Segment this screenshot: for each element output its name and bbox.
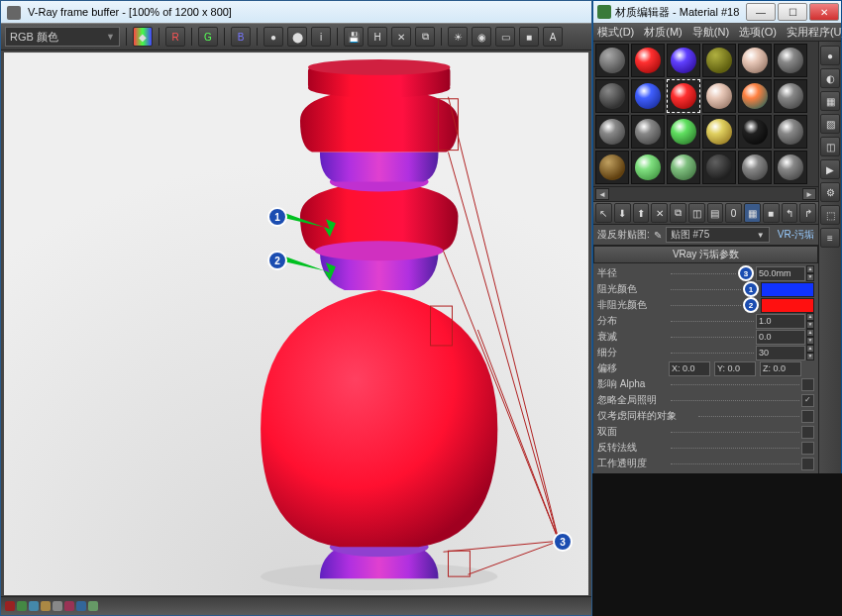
- work-trans-checkbox[interactable]: [801, 458, 814, 470]
- copy-button[interactable]: ⧉: [415, 27, 435, 47]
- status-dot[interactable]: [29, 601, 39, 611]
- minimize-button[interactable]: —: [746, 3, 776, 21]
- material-sample-slot[interactable]: [631, 79, 665, 113]
- clear-button[interactable]: ✕: [391, 27, 411, 47]
- background-button[interactable]: ▦: [820, 91, 840, 111]
- doublesided-checkbox[interactable]: [801, 426, 814, 439]
- spinner-buttons[interactable]: ▲▼: [806, 265, 814, 281]
- stop-button[interactable]: ■: [519, 27, 539, 47]
- maximize-button[interactable]: ☐: [778, 3, 807, 21]
- distribution-spinner[interactable]: 1.0: [756, 314, 805, 329]
- bias-x-spinner[interactable]: X: 0.0: [669, 361, 710, 376]
- status-dot[interactable]: [76, 601, 86, 611]
- invert-normal-checkbox[interactable]: [801, 442, 814, 455]
- reset-button[interactable]: ✕: [651, 203, 668, 223]
- material-sample-slot[interactable]: [631, 115, 665, 149]
- material-map-nav-button[interactable]: ≡: [820, 228, 840, 248]
- red-channel-button[interactable]: R: [165, 27, 185, 47]
- menu-utilities[interactable]: 实用程序(U): [787, 25, 842, 40]
- material-sample-slot[interactable]: [702, 115, 736, 149]
- exposure-button[interactable]: ☀: [448, 27, 468, 47]
- backlight-button[interactable]: ◐: [820, 68, 840, 88]
- show-in-viewport-button[interactable]: ▦: [744, 203, 761, 223]
- subdivs-spinner[interactable]: 30: [756, 346, 805, 360]
- blue-channel-button[interactable]: B: [231, 27, 251, 47]
- put-to-library-button[interactable]: ▤: [707, 203, 724, 223]
- env-occ-checkbox[interactable]: [801, 473, 814, 474]
- material-id-button[interactable]: 0: [725, 203, 742, 223]
- menu-navigate[interactable]: 导航(N): [692, 25, 729, 40]
- vfb-titlebar[interactable]: V-Ray frame buffer - [100% of 1200 x 800…: [1, 1, 591, 24]
- assign-button[interactable]: ⬆: [633, 203, 650, 223]
- material-sample-slot[interactable]: [702, 44, 736, 77]
- sample-uv-button[interactable]: ▨: [820, 114, 840, 134]
- rgb-channel-button[interactable]: ◆: [133, 27, 153, 47]
- material-sample-slot[interactable]: [738, 151, 772, 184]
- material-sample-slot[interactable]: [667, 151, 700, 184]
- material-sample-slot[interactable]: [631, 151, 665, 184]
- channel-select[interactable]: RGB 颜色 ▼: [5, 27, 120, 47]
- material-sample-slot[interactable]: [774, 79, 807, 113]
- bias-y-spinner[interactable]: Y: 0.0: [714, 361, 756, 376]
- status-dot[interactable]: [53, 601, 62, 611]
- select-by-material-button[interactable]: ⬚: [820, 205, 840, 225]
- video-check-button[interactable]: ◫: [820, 137, 840, 156]
- radius-spinner[interactable]: 50.0mm: [756, 266, 805, 281]
- material-sample-slot[interactable]: [631, 44, 665, 77]
- make-copy-button[interactable]: ⧉: [670, 203, 686, 223]
- material-sample-slot[interactable]: [702, 79, 736, 113]
- material-sample-slot[interactable]: [595, 151, 629, 184]
- material-sample-slot[interactable]: [774, 44, 807, 77]
- material-sample-slot[interactable]: [667, 115, 700, 149]
- alpha-channel-button[interactable]: ●: [263, 27, 283, 47]
- status-dot[interactable]: [17, 601, 27, 611]
- sample-type-button[interactable]: ●: [820, 46, 840, 65]
- material-sample-slot[interactable]: [738, 79, 772, 113]
- ignore-gi-checkbox[interactable]: ✓: [801, 394, 814, 407]
- material-sample-slot[interactable]: [595, 44, 629, 77]
- falloff-spinner[interactable]: 0.0: [756, 330, 805, 345]
- vfb-viewport[interactable]: 1 2 3: [4, 52, 588, 595]
- material-sample-slot[interactable]: [702, 151, 736, 184]
- menu-mode[interactable]: 模式(D): [597, 25, 634, 40]
- make-preview-button[interactable]: ▶: [820, 159, 840, 179]
- occluded-color-swatch[interactable]: [761, 282, 814, 297]
- status-dot[interactable]: [5, 601, 15, 611]
- unoccluded-color-swatch[interactable]: [761, 298, 814, 313]
- region-button[interactable]: ▭: [495, 27, 515, 47]
- bias-z-spinner[interactable]: Z: 0.0: [760, 361, 801, 376]
- material-sample-slot[interactable]: [595, 115, 629, 149]
- put-to-scene-button[interactable]: ⬇: [614, 203, 631, 223]
- close-button[interactable]: ✕: [809, 3, 839, 21]
- me-titlebar[interactable]: 材质编辑器 - Material #18 — ☐ ✕: [593, 1, 841, 23]
- save-button[interactable]: 💾: [344, 27, 364, 47]
- material-sample-slot[interactable]: [667, 44, 700, 77]
- show-end-result-button[interactable]: ■: [763, 203, 780, 223]
- same-only-checkbox[interactable]: [801, 410, 814, 423]
- material-sample-slot[interactable]: [595, 79, 629, 113]
- material-sample-slot[interactable]: [774, 115, 807, 149]
- affect-alpha-checkbox[interactable]: [801, 378, 814, 391]
- info-button[interactable]: i: [311, 27, 331, 47]
- menu-material[interactable]: 材质(M): [644, 25, 683, 40]
- eyedropper-icon[interactable]: ✎: [654, 230, 662, 241]
- material-scrollbar[interactable]: ◄ ►: [593, 186, 818, 202]
- go-parent-button[interactable]: ↰: [782, 203, 798, 223]
- rollout-header[interactable]: VRay 污垢参数: [593, 246, 818, 263]
- menu-options[interactable]: 选项(O): [739, 25, 777, 40]
- scroll-left-icon[interactable]: ◄: [595, 188, 609, 200]
- status-dot[interactable]: [88, 601, 98, 611]
- green-channel-button[interactable]: G: [198, 27, 218, 47]
- material-sample-slot[interactable]: [738, 44, 772, 77]
- status-dot[interactable]: [41, 601, 51, 611]
- material-sample-slot[interactable]: [774, 151, 807, 184]
- go-forward-button[interactable]: ↱: [799, 203, 816, 223]
- material-sample-slot[interactable]: [738, 115, 772, 149]
- mono-channel-button[interactable]: ⬤: [287, 27, 307, 47]
- scroll-right-icon[interactable]: ►: [802, 188, 816, 200]
- make-unique-button[interactable]: ◫: [688, 203, 705, 223]
- options-button[interactable]: ⚙: [820, 182, 840, 202]
- stamp-button[interactable]: A: [543, 27, 563, 47]
- history-button[interactable]: H: [368, 27, 387, 47]
- status-dot[interactable]: [64, 601, 74, 611]
